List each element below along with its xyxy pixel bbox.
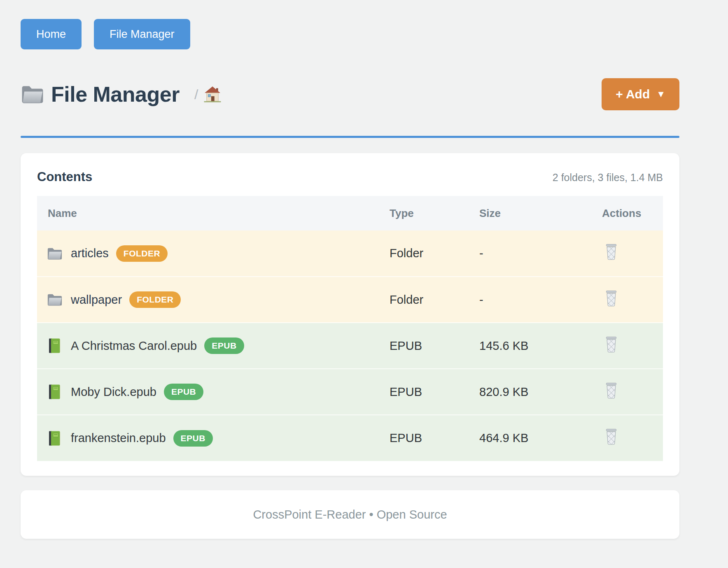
contents-card-header: Contents 2 folders, 3 files, 1.4 MB — [37, 170, 663, 184]
type-cell: EPUB — [390, 369, 479, 415]
file-name-link[interactable]: articles — [71, 247, 109, 260]
delete-button[interactable] — [604, 428, 618, 445]
home-icon[interactable] — [204, 86, 221, 103]
epub-badge: EPUB — [204, 338, 244, 354]
table-row: articles FOLDER Folder - — [37, 230, 663, 277]
top-nav: Home File Manager — [21, 0, 679, 49]
table-row: frankenstein.epub EPUB EPUB 464.9 KB — [37, 415, 663, 461]
type-cell: Folder — [390, 277, 479, 323]
delete-button[interactable] — [604, 244, 618, 260]
column-header-actions: Actions — [602, 196, 663, 230]
file-table: Name Type Size Actions articles FOLDER F… — [37, 196, 663, 461]
file-manager-button[interactable]: File Manager — [94, 19, 190, 49]
contents-heading: Contents — [37, 170, 92, 184]
trash-icon — [604, 336, 618, 353]
epub-badge: EPUB — [164, 384, 203, 400]
folder-icon — [47, 246, 63, 261]
table-row: Moby Dick.epub EPUB EPUB 820.9 KB — [37, 369, 663, 415]
type-cell: EPUB — [390, 415, 479, 461]
file-name-link[interactable]: frankenstein.epub — [71, 431, 166, 445]
book-icon — [47, 384, 63, 400]
book-icon — [47, 338, 63, 354]
page: Home File Manager File Manager / + Add ▼… — [21, 0, 679, 539]
file-name-link[interactable]: Moby Dick.epub — [71, 385, 156, 399]
delete-button[interactable] — [604, 382, 618, 399]
table-header-row: Name Type Size Actions — [37, 196, 663, 230]
delete-button[interactable] — [604, 336, 618, 353]
title-divider — [21, 136, 679, 138]
contents-summary: 2 folders, 3 files, 1.4 MB — [553, 172, 663, 184]
file-name-link[interactable]: A Christmas Carol.epub — [71, 339, 197, 353]
table-row: wallpaper FOLDER Folder - — [37, 277, 663, 323]
type-cell: EPUB — [390, 323, 479, 369]
contents-card: Contents 2 folders, 3 files, 1.4 MB Name… — [21, 153, 679, 476]
chevron-down-icon: ▼ — [656, 89, 665, 100]
home-button[interactable]: Home — [21, 19, 82, 49]
size-cell: 464.9 KB — [479, 415, 602, 461]
book-icon — [47, 431, 63, 446]
size-cell: 145.6 KB — [479, 323, 602, 369]
trash-icon — [604, 428, 618, 445]
trash-icon — [604, 290, 618, 307]
size-cell: 820.9 KB — [479, 369, 602, 415]
size-cell: - — [479, 277, 602, 323]
folder-icon — [21, 84, 44, 104]
table-row: A Christmas Carol.epub EPUB EPUB 145.6 K… — [37, 323, 663, 369]
epub-badge: EPUB — [173, 430, 213, 447]
column-header-type: Type — [390, 196, 479, 230]
page-header: File Manager / + Add ▼ — [21, 77, 679, 111]
folder-icon — [47, 292, 63, 307]
folder-badge: FOLDER — [129, 291, 181, 308]
trash-icon — [604, 382, 618, 399]
delete-button[interactable] — [604, 290, 618, 307]
type-cell: Folder — [390, 230, 479, 277]
size-cell: - — [479, 230, 602, 277]
file-name-link[interactable]: wallpaper — [71, 293, 122, 307]
footer-text: CrossPoint E-Reader • Open Source — [253, 508, 447, 521]
add-button-label: + Add — [616, 87, 650, 101]
breadcrumb: / — [194, 86, 198, 102]
page-title: File Manager — [51, 82, 180, 107]
column-header-name: Name — [37, 196, 390, 230]
column-header-size: Size — [479, 196, 602, 230]
add-button[interactable]: + Add ▼ — [602, 78, 679, 110]
trash-icon — [604, 244, 618, 260]
footer-card: CrossPoint E-Reader • Open Source — [21, 490, 679, 539]
folder-badge: FOLDER — [116, 245, 168, 262]
